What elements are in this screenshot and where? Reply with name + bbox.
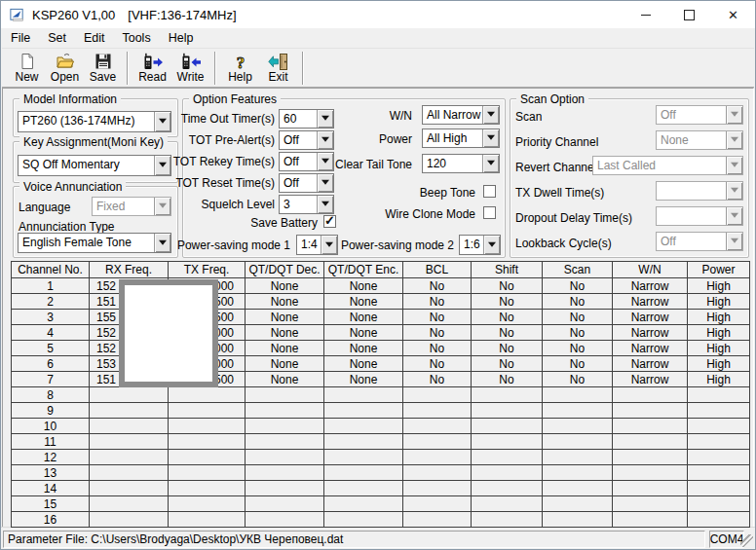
qt-dqt-dec-cell[interactable]: None [246,310,324,325]
write-button[interactable]: Write [171,51,209,85]
bcl-cell[interactable] [403,419,472,434]
chevron-down-icon[interactable] [317,131,333,149]
shift-cell[interactable]: No [472,310,543,325]
wn-cell[interactable] [613,465,688,481]
open-button[interactable]: Open [46,51,84,85]
squelch-level-combobox[interactable]: 3 [279,195,334,214]
chevron-down-icon[interactable] [317,110,333,128]
bcl-cell[interactable] [403,403,472,419]
menu-item-set[interactable]: Set [39,29,75,47]
menu-item-edit[interactable]: Edit [75,29,114,47]
rx-freq-cell[interactable] [90,481,169,496]
resize-grip-icon[interactable] [740,534,753,547]
channel-number-cell[interactable]: 13 [12,465,90,481]
qt-dqt-dec-cell[interactable] [246,434,324,450]
tx-freq-cell[interactable] [169,512,246,528]
power-combobox[interactable]: All High [422,128,500,148]
scan-cell[interactable]: No [543,294,613,310]
bcl-cell[interactable] [403,481,472,496]
channel-number-cell[interactable]: 11 [12,434,90,450]
shift-cell[interactable] [472,465,543,481]
qt-dqt-dec-cell[interactable] [246,465,324,481]
wn-cell[interactable]: Narrow [613,294,688,310]
tot-reset-time-combobox[interactable]: Off [279,173,334,193]
wn-cell[interactable] [613,387,688,403]
scan-cell[interactable]: No [543,310,613,325]
read-button[interactable]: Read [133,51,171,85]
tx-freq-cell[interactable] [169,465,246,481]
rx-freq-cell[interactable] [90,465,169,481]
qt-dqt-dec-cell[interactable]: None [246,294,324,310]
tot-pre-alert-combobox[interactable]: Off [279,130,334,150]
qt-dqt-enc-cell[interactable] [324,403,403,419]
clear-tail-tone-combobox[interactable]: 120 [422,154,500,173]
tx-freq-cell[interactable] [169,403,246,419]
shift-cell[interactable] [472,450,543,465]
chevron-down-icon[interactable] [482,106,499,124]
time-out-timer-combobox[interactable]: 60 [279,109,334,128]
menu-item-help[interactable]: Help [160,29,203,47]
scan-cell[interactable] [543,512,613,528]
power-cell[interactable] [688,496,750,512]
rx-freq-cell[interactable] [90,434,169,450]
qt-dqt-enc-cell[interactable]: None [324,341,403,356]
annunciation-type-combobox[interactable]: English Female Tone [18,233,171,253]
power-cell[interactable] [688,512,750,528]
qt-dqt-enc-cell[interactable] [324,481,403,496]
shift-cell[interactable]: No [472,341,543,356]
scan-cell[interactable] [543,403,613,419]
channel-number-cell[interactable]: 5 [12,341,90,356]
shift-cell[interactable] [472,387,543,403]
qt-dqt-dec-cell[interactable]: None [246,325,324,341]
save-button[interactable]: Save [84,51,122,85]
wn-cell[interactable] [613,450,688,465]
channel-number-cell[interactable]: 6 [12,356,90,372]
qt-dqt-enc-cell[interactable]: None [324,325,403,341]
bcl-cell[interactable] [403,512,472,528]
wn-cell[interactable]: Narrow [613,325,688,341]
wn-cell[interactable]: Narrow [613,310,688,325]
qt-dqt-dec-cell[interactable] [246,403,324,419]
help-button[interactable]: ? Help [221,51,259,85]
scan-cell[interactable] [543,481,613,496]
channel-number-cell[interactable]: 1 [12,278,90,294]
qt-dqt-enc-cell[interactable]: None [324,294,403,310]
shift-cell[interactable] [472,403,543,419]
power-cell[interactable]: High [688,356,750,372]
chevron-down-icon[interactable] [482,129,499,147]
bcl-cell[interactable]: No [403,325,472,341]
wn-cell[interactable] [613,434,688,450]
model-combobox[interactable]: PT260 (136-174MHz) [18,111,171,132]
tx-freq-cell[interactable] [169,387,246,403]
minimize-button[interactable] [624,1,667,28]
tx-freq-cell[interactable] [169,481,246,496]
scan-cell[interactable]: No [543,372,613,387]
power-cell[interactable] [688,419,750,434]
power-cell[interactable] [688,450,750,465]
bcl-cell[interactable] [403,434,472,450]
bcl-cell[interactable] [403,387,472,403]
scan-cell[interactable] [543,450,613,465]
exit-button[interactable]: Exit [259,51,297,85]
qt-dqt-enc-cell[interactable]: None [324,278,403,294]
channel-number-cell[interactable]: 9 [12,403,90,419]
shift-cell[interactable]: No [472,294,543,310]
wire-clone-mode-checkbox[interactable] [483,206,496,219]
wn-cell[interactable] [613,496,688,512]
wn-cell[interactable]: Narrow [613,372,688,387]
scan-cell[interactable]: No [543,341,613,356]
bcl-cell[interactable]: No [403,310,472,325]
shift-cell[interactable] [472,419,543,434]
chevron-down-icon[interactable] [317,174,333,192]
tx-freq-cell[interactable] [169,496,246,512]
chevron-down-icon[interactable] [154,156,170,175]
power-cell[interactable] [688,434,750,450]
bcl-cell[interactable]: No [403,356,472,372]
qt-dqt-enc-cell[interactable] [324,434,403,450]
power-cell[interactable] [688,465,750,481]
channel-number-cell[interactable]: 4 [12,325,90,341]
scan-cell[interactable] [543,465,613,481]
scan-cell[interactable] [543,419,613,434]
bcl-cell[interactable]: No [403,278,472,294]
chevron-down-icon[interactable] [154,112,170,131]
